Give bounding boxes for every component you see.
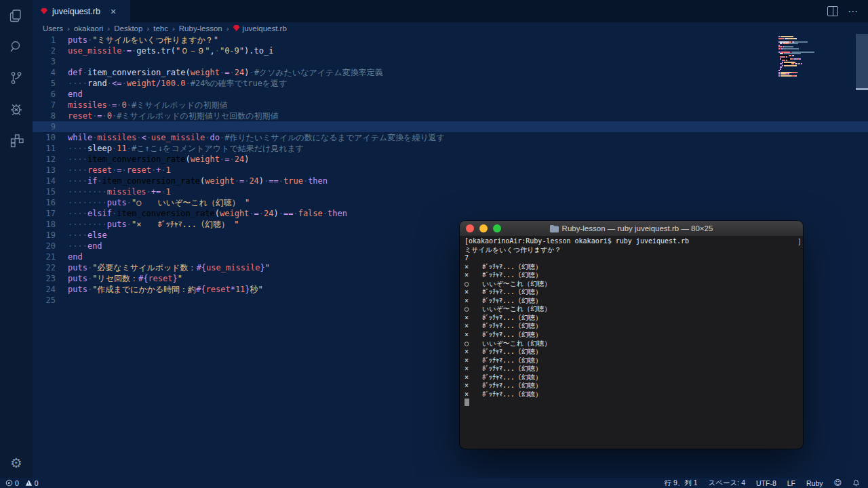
minimize-window-button[interactable]: [479, 224, 488, 232]
source-control-icon[interactable]: [0, 62, 33, 94]
code-line[interactable]: 1puts·"ミサイルをいくつ作りますか？": [33, 35, 868, 45]
breadcrumb-separator: ›: [172, 24, 175, 33]
terminal-line: × ﾎﾞｯﾁｬﾏ...（幻聴）: [465, 314, 803, 323]
run-debug-icon[interactable]: [0, 94, 33, 125]
terminal-titlebar[interactable]: Ruby-lesson — ruby juveiquest.rb — 80×25: [460, 221, 803, 236]
breadcrumb-separator: ›: [146, 24, 149, 33]
terminal-body[interactable]: [okakaorinoAir:Ruby-lesson okakaori$ rub…: [460, 236, 803, 450]
code-line[interactable]: 9: [33, 121, 868, 132]
terminal-line: 7: [465, 254, 803, 263]
terminal-window[interactable]: Ruby-lesson — ruby juveiquest.rb — 80×25…: [460, 221, 803, 449]
code-line[interactable]: 16········puts·"○ いいぞ〜これ（幻聴） ": [33, 197, 868, 208]
line-number: 6: [33, 89, 56, 100]
terminal-title: Ruby-lesson — ruby juveiquest.rb — 80×25: [460, 224, 803, 232]
status-cursor-position[interactable]: 行 9、列 1: [665, 479, 698, 488]
breadcrumb-item[interactable]: juveiquest.rb: [233, 24, 287, 33]
terminal-line: × ﾎﾞｯﾁｬﾏ...（幻聴）: [465, 365, 803, 373]
line-number: 16: [33, 197, 56, 208]
close-window-button[interactable]: [466, 224, 474, 232]
code-text: while·missiles·<·use_missile·do·#作りたいミサイ…: [68, 132, 445, 143]
terminal-line: ○ いいぞ〜これ（幻聴）: [465, 280, 803, 289]
tab-bar: juveiquest.rb × ⋯: [33, 0, 868, 22]
line-number: 25: [33, 295, 56, 306]
explorer-icon[interactable]: [0, 0, 33, 31]
tab-close-icon[interactable]: ×: [111, 6, 116, 17]
settings-gear-icon[interactable]: ⚙: [10, 456, 22, 470]
code-text: ····elsif·item_conversion_rate(weight·=·…: [68, 208, 347, 219]
terminal-line: × ﾎﾞｯﾁｬﾏ...（幻聴）: [465, 297, 803, 306]
breadcrumb-item[interactable]: Ruby-lesson: [179, 24, 222, 33]
code-line[interactable]: 13····reset·=·reset·+·1: [33, 165, 868, 176]
tab-juveiquest[interactable]: juveiquest.rb ×: [33, 0, 130, 22]
code-line[interactable]: 2use_missile·=·gets.tr("０－９",·"0-9").to_…: [33, 45, 868, 56]
terminal-line: ○ いいぞ〜これ（幻聴）: [465, 340, 803, 348]
code-line[interactable]: 3: [33, 56, 868, 67]
breadcrumb: Users›okakaori›Desktop›tehc›Ruby-lesson›…: [33, 22, 868, 34]
terminal-title-text: Ruby-lesson — ruby juveiquest.rb — 80×25: [562, 224, 713, 232]
status-eol[interactable]: LF: [787, 479, 795, 487]
code-text: ····if·item_conversion_rate(weight·=·24)…: [68, 176, 328, 186]
code-line[interactable]: 12····item_conversion_rate(weight·=·24): [33, 154, 868, 165]
line-number: 3: [33, 56, 56, 67]
terminal-cursor-line: [465, 399, 803, 407]
breadcrumb-separator: ›: [67, 24, 70, 33]
code-line[interactable]: 14····if·item_conversion_rate(weight·=·2…: [33, 176, 868, 186]
more-actions-icon[interactable]: ⋯: [848, 5, 859, 18]
line-number: 22: [33, 262, 56, 273]
code-line[interactable]: 4def·item_conversion_rate(weight·=·24)·#…: [33, 67, 868, 78]
line-number: 21: [33, 251, 56, 262]
code-text: puts·"ミサイルをいくつ作りますか？": [68, 35, 218, 45]
terminal-line: × ﾎﾞｯﾁｬﾏ...（幻聴）: [465, 348, 803, 357]
status-right: 行 9、列 1スペース: 4UTF-8LFRuby ☺: [665, 479, 868, 488]
code-line[interactable]: 5····rand·<=·weight/100.0·#24%の確率でtrueを返…: [33, 78, 868, 89]
status-indentation[interactable]: スペース: 4: [709, 479, 745, 488]
terminal-line: × ﾎﾞｯﾁｬﾏ...（幻聴）: [465, 357, 803, 365]
code-text: end: [68, 89, 83, 100]
status-language-mode[interactable]: Ruby: [806, 479, 823, 487]
code-text: puts·"作成までにかかる時間：約#{reset*11}秒": [68, 284, 263, 295]
folder-icon: [550, 225, 559, 232]
terminal-line: × ﾎﾞｯﾁｬﾏ...（幻聴）: [465, 322, 803, 331]
feedback-smiley-icon[interactable]: ☺: [834, 479, 842, 487]
line-number: 4: [33, 67, 56, 78]
line-number: 20: [33, 241, 56, 251]
notifications-bell-icon[interactable]: [852, 479, 860, 487]
extensions-icon[interactable]: [0, 125, 33, 156]
code-text: ········missiles·+=·1: [68, 186, 171, 197]
problems-indicator[interactable]: 0 0: [5, 479, 39, 487]
zoom-window-button[interactable]: [493, 224, 501, 232]
code-text: puts·"必要なミサイルポッド数：#{use_missile}": [68, 262, 270, 273]
code-line[interactable]: 7missiles·=·0·#ミサイルポッドの初期値: [33, 100, 868, 110]
code-line[interactable]: 11····sleep·11·#こ↑こ↓をコメントアウトで結果だけ見れます: [33, 143, 868, 154]
code-text: def·item_conversion_rate(weight·=·24)·#ク…: [68, 67, 383, 78]
code-text: end: [68, 251, 83, 262]
line-number: 17: [33, 208, 56, 219]
terminal-line: × ﾎﾞｯﾁｬﾏ...（幻聴）: [465, 373, 803, 382]
code-line[interactable]: 8reset·=·0·#ミサイルポッドの初期値リセ回数の初期値: [33, 110, 868, 121]
line-number: 1: [33, 35, 56, 45]
warning-count: 0: [35, 479, 39, 487]
status-left: 0 0: [0, 479, 39, 487]
minimap[interactable]: [778, 36, 841, 79]
terminal-line: × ﾎﾞｯﾁｬﾏ...（幻聴）: [465, 331, 803, 340]
code-line[interactable]: 10while·missiles·<·use_missile·do·#作りたいミ…: [33, 132, 868, 143]
split-editor-icon[interactable]: [827, 6, 838, 16]
breadcrumb-item[interactable]: Desktop: [114, 24, 142, 33]
code-text: missiles·=·0·#ミサイルポッドの初期値: [68, 100, 227, 110]
breadcrumb-item[interactable]: okakaori: [74, 24, 103, 33]
breadcrumb-item[interactable]: tehc: [153, 24, 168, 33]
code-text: reset·=·0·#ミサイルポッドの初期値リセ回数の初期値: [68, 110, 279, 121]
breadcrumb-item[interactable]: Users: [43, 24, 63, 33]
status-encoding[interactable]: UTF-8: [756, 479, 776, 487]
editor-scrollbar-thumb[interactable]: [856, 34, 868, 90]
activity-bar: ⚙: [0, 0, 33, 478]
code-text: ····rand·<=·weight/100.0·#24%の確率でtrueを返す: [68, 78, 288, 89]
code-line[interactable]: 15········missiles·+=·1: [33, 186, 868, 197]
line-number: 2: [33, 45, 56, 56]
editor-actions: ⋯: [827, 0, 868, 22]
code-line[interactable]: 6end: [33, 89, 868, 100]
code-line[interactable]: 17····elsif·item_conversion_rate(weight·…: [33, 208, 868, 219]
search-icon[interactable]: [0, 31, 33, 62]
terminal-line: [okakaorinoAir:Ruby-lesson okakaori$ rub…: [465, 237, 803, 246]
code-text: ····end: [68, 241, 102, 251]
